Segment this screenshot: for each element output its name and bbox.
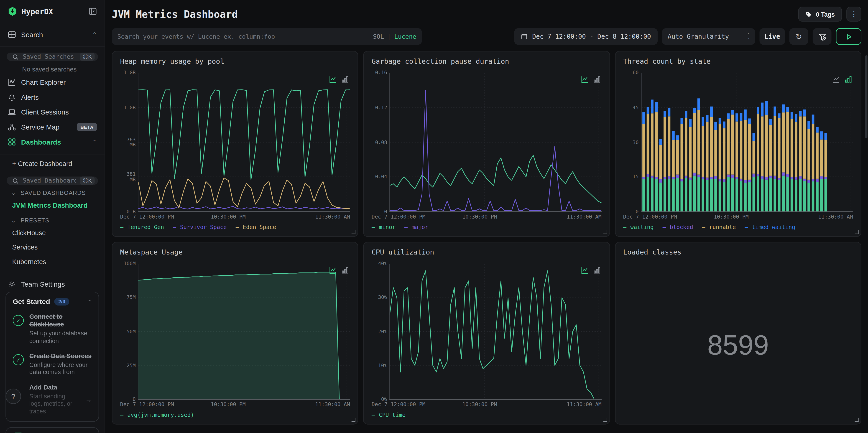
- nav-label: Team Settings: [21, 280, 97, 288]
- bar-chart-icon[interactable]: [593, 267, 600, 274]
- group-saved-dashboards[interactable]: ⌄ SAVED DASHBOARDS: [0, 185, 104, 198]
- refresh-button[interactable]: ↻: [789, 28, 808, 45]
- line-chart-icon[interactable]: [330, 267, 337, 274]
- resize-handle[interactable]: [352, 418, 356, 422]
- nav-label: Chart Explorer: [21, 78, 97, 86]
- legend-item[interactable]: —Tenured Gen: [120, 224, 164, 230]
- get-started-step-connect[interactable]: ✓ Connect to ClickHouse Set up your data…: [13, 313, 92, 345]
- chart-legend: —avg(jvm.memory.used): [120, 408, 350, 421]
- legend-item[interactable]: —runnable: [702, 224, 736, 230]
- x-tick-label: 10:30:00 PM: [211, 214, 246, 220]
- help-button[interactable]: ?: [5, 389, 21, 404]
- chart-plot[interactable]: [390, 264, 601, 400]
- event-search-wrap: SQL | Lucene: [112, 28, 422, 45]
- get-started-step-sources[interactable]: ✓ Create Data Sources Configure where yo…: [13, 352, 92, 376]
- y-tick-label: 763 MB: [120, 137, 136, 148]
- lucene-option[interactable]: Lucene: [394, 33, 416, 40]
- line-chart-icon[interactable]: [833, 76, 840, 83]
- legend-item[interactable]: —minor: [372, 224, 396, 230]
- sidebar-item-jvm-dashboard[interactable]: JVM Metrics Dashboard: [0, 198, 104, 212]
- x-tick-label: Dec 7 12:00:00 PM: [372, 214, 425, 220]
- sidebar-item-kubernetes[interactable]: Kubernetes: [0, 254, 104, 269]
- chart-plot[interactable]: [138, 73, 350, 212]
- legend-swatch: —: [623, 224, 627, 230]
- chart-title: Garbage collection pause duration: [372, 57, 601, 65]
- line-chart-icon[interactable]: [581, 267, 588, 274]
- sidebar-item-client-sessions[interactable]: Client Sessions: [0, 104, 104, 120]
- play-icon: [844, 32, 853, 40]
- get-started-step-add-data[interactable]: Add Data Start sending logs, metrics, or…: [13, 383, 92, 415]
- scrollbar[interactable]: [865, 55, 868, 138]
- sidebar-item-clickhouse[interactable]: ClickHouse: [0, 226, 104, 240]
- legend-item[interactable]: —Eden Space: [236, 224, 276, 230]
- chevron-up-icon[interactable]: ⌃: [92, 139, 97, 145]
- group-label: SAVED DASHBOARDS: [21, 189, 86, 196]
- line-chart-icon[interactable]: [330, 76, 337, 83]
- legend-item[interactable]: —waiting: [623, 224, 654, 230]
- x-tick-label: Dec 7 12:00:00 PM: [120, 401, 174, 407]
- step-desc: Set up your database connection: [29, 330, 92, 345]
- x-tick-label: 11:30:00 AM: [818, 214, 853, 220]
- resize-handle[interactable]: [855, 230, 859, 234]
- kebab-menu-button[interactable]: ⋮: [846, 7, 861, 22]
- sidebar-item-alerts[interactable]: Alerts: [0, 90, 104, 105]
- avatar: D: [11, 432, 26, 433]
- bell-icon: [8, 93, 16, 101]
- sidebar-item-dashboards[interactable]: Dashboards ⌃: [0, 134, 104, 150]
- group-label: PRESETS: [21, 217, 49, 223]
- tags-button[interactable]: 0 Tags: [798, 7, 842, 22]
- legend-item[interactable]: —blocked: [662, 224, 693, 230]
- sidebar-section-search[interactable]: Search ⌃: [0, 27, 104, 42]
- y-tick-label: 45: [632, 105, 639, 111]
- x-axis: Dec 7 12:00:00 PM10:30:00 PM11:30:00 AM: [120, 401, 350, 409]
- chevron-up-icon[interactable]: ⌃: [87, 299, 92, 305]
- search-icon: [12, 54, 19, 60]
- resize-handle[interactable]: [855, 418, 859, 422]
- legend-item[interactable]: —avg(jvm.memory.used): [120, 411, 194, 418]
- filter-edit-button[interactable]: [813, 28, 832, 45]
- topbar: JVM Metrics Dashboard 0 Tags ⋮: [105, 0, 868, 24]
- service-map-icon: [8, 123, 16, 131]
- bar-chart-icon[interactable]: [342, 267, 349, 274]
- bar-chart-icon[interactable]: [593, 76, 600, 83]
- chart-plot[interactable]: [138, 264, 350, 400]
- sidebar-item-chart-explorer[interactable]: Chart Explorer: [0, 75, 104, 90]
- group-presets[interactable]: ⌄ PRESETS: [0, 213, 104, 226]
- bar-chart-icon[interactable]: [845, 76, 852, 83]
- y-tick-label: 0.08: [375, 140, 387, 145]
- query-language-toggle[interactable]: SQL | Lucene: [373, 33, 416, 40]
- user-menu[interactable]: D dominic.tran@clic... dominic.tran@clic…: [5, 427, 99, 433]
- no-saved-searches-text: No saved searches: [0, 61, 104, 75]
- create-dashboard-button[interactable]: + Create Dashboard: [0, 154, 104, 171]
- resize-handle[interactable]: [603, 418, 607, 422]
- saved-dashboards-input[interactable]: [23, 177, 76, 184]
- legend-item[interactable]: —major: [404, 224, 428, 230]
- chevron-up-icon[interactable]: ⌃: [92, 32, 97, 38]
- collapse-sidebar-icon[interactable]: [89, 7, 97, 16]
- run-query-button[interactable]: [836, 28, 861, 45]
- granularity-select[interactable]: Auto Granularity ⌃⌄: [662, 28, 755, 45]
- nav-label: Client Sessions: [21, 108, 97, 116]
- line-chart-icon[interactable]: [581, 76, 588, 83]
- sidebar-item-services[interactable]: Services: [0, 240, 104, 254]
- legend-item[interactable]: —timed_waiting: [745, 224, 795, 230]
- x-axis: Dec 7 12:00:00 PM10:30:00 PM11:30:00 AM: [623, 214, 853, 221]
- resize-handle[interactable]: [352, 230, 356, 234]
- sidebar-item-service-map[interactable]: Service Map BETA: [0, 120, 104, 134]
- date-range-picker[interactable]: Dec 7 12:00:00 - Dec 8 12:00:00: [515, 28, 658, 45]
- chart-plot[interactable]: [390, 73, 601, 212]
- legend-item[interactable]: —CPU time: [372, 411, 406, 418]
- y-tick-label: 40%: [378, 261, 387, 267]
- live-button[interactable]: Live: [760, 28, 785, 45]
- legend-swatch: —: [372, 224, 375, 230]
- sidebar-item-team-settings[interactable]: Team Settings: [0, 277, 104, 292]
- saved-searches-input[interactable]: [23, 53, 76, 60]
- bar-chart-icon[interactable]: [342, 76, 349, 83]
- event-search-input[interactable]: [117, 33, 368, 40]
- chart-plot[interactable]: [641, 73, 853, 212]
- y-tick-label: 1 GB: [124, 70, 136, 75]
- legend-item[interactable]: —Survivor Space: [173, 224, 227, 230]
- resize-handle[interactable]: [603, 230, 607, 234]
- panel-metaspace: Metaspace Usage 100M75M50M25M0 Dec 7 12:…: [112, 242, 359, 424]
- sql-option[interactable]: SQL: [373, 33, 384, 40]
